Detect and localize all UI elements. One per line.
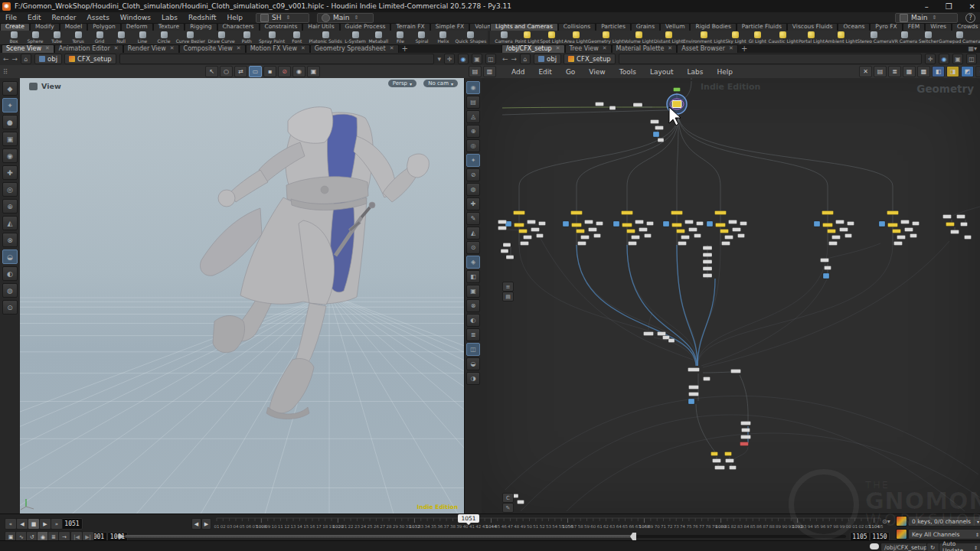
close-icon[interactable]: ✕: [170, 45, 175, 52]
maximize-button[interactable]: ❐: [946, 2, 952, 11]
network-tool-icon-3[interactable]: ≣: [888, 66, 901, 77]
network-node[interactable]: [741, 422, 751, 425]
network-node[interactable]: [823, 223, 833, 227]
close-icon[interactable]: ✕: [114, 45, 119, 52]
network-menu-labs[interactable]: Labs: [681, 68, 710, 76]
range-end-handle[interactable]: [630, 533, 636, 540]
menu-assets[interactable]: Assets: [82, 14, 115, 21]
left-tool-icon-5[interactable]: ◉: [2, 148, 18, 163]
left-tool-icon-13[interactable]: ◍: [2, 283, 18, 298]
network-node[interactable]: [742, 429, 750, 432]
play-reverse-button[interactable]: ◀: [16, 518, 28, 530]
network-node[interactable]: [740, 442, 749, 446]
playbar-search-icon[interactable]: ⊙▾: [882, 518, 890, 525]
network-node[interactable]: [716, 223, 726, 227]
close-icon[interactable]: ✕: [390, 45, 394, 52]
network-node[interactable]: [647, 222, 654, 226]
network-node[interactable]: [503, 243, 511, 247]
jump-start-button[interactable]: «: [5, 518, 17, 530]
shelf-tab-characters[interactable]: Characters: [217, 23, 260, 31]
display-option-icon-17[interactable]: ◐: [466, 314, 480, 327]
network-node[interactable]: [622, 211, 633, 215]
network-node[interactable]: [688, 399, 694, 404]
close-icon[interactable]: ✕: [603, 45, 607, 52]
left-tool-icon-11[interactable]: ◒: [2, 249, 18, 264]
shelf-tab-lights-and-cameras[interactable]: Lights and Cameras: [490, 23, 558, 31]
menu-redshift[interactable]: Redshift: [183, 14, 222, 21]
display-option-icon-10[interactable]: ✎: [466, 212, 480, 225]
network-node[interactable]: [730, 466, 737, 470]
network-node[interactable]: [653, 132, 659, 137]
shelf-tool-curve-bezier[interactable]: Curve Bezier: [176, 31, 205, 44]
display-option-icon-1[interactable]: ◉: [466, 81, 480, 94]
left-tool-icon-14[interactable]: ⊙: [2, 300, 18, 315]
network-node[interactable]: [729, 220, 737, 224]
network-node[interactable]: [707, 221, 713, 227]
shelf-tab-modify[interactable]: Modify: [30, 23, 60, 31]
shelf-tool-grid[interactable]: Grid: [90, 31, 109, 44]
network-node[interactable]: [681, 236, 690, 240]
shelf-tab-simple-fx[interactable]: Simple FX: [430, 23, 469, 31]
minimize-button[interactable]: –: [925, 2, 929, 11]
play-button[interactable]: ▶: [39, 518, 51, 530]
shelf-tab-texture[interactable]: Texture: [153, 23, 185, 31]
next-frame-button[interactable]: ▶: [201, 518, 211, 530]
display-option-icon-19[interactable]: ◫: [466, 343, 480, 356]
net-tab-tree-view[interactable]: Tree View✕: [565, 44, 612, 53]
net-tab-asset-browser[interactable]: Asset Browser✕: [677, 44, 738, 53]
pane-tab-animation-editor[interactable]: Animation Editor✕: [54, 44, 123, 53]
pane-tab-render-view[interactable]: Render View✕: [123, 44, 179, 53]
menu-windows[interactable]: Windows: [115, 14, 156, 21]
status-context-path[interactable]: /obj/CFX_setup/...⇕: [880, 543, 928, 551]
network-node[interactable]: [539, 222, 546, 226]
main-selector[interactable]: Main ⇕: [317, 13, 374, 23]
shelf-tool-font[interactable]: Font: [288, 31, 306, 44]
network-node[interactable]: [814, 221, 820, 227]
network-node[interactable]: [965, 236, 972, 240]
network-node[interactable]: [578, 242, 586, 246]
network-menu-edit[interactable]: Edit: [532, 68, 557, 76]
network-node[interactable]: [506, 256, 514, 259]
network-node[interactable]: [521, 242, 529, 246]
message-bubble-icon[interactable]: [870, 543, 879, 549]
display-option-icon-16[interactable]: ⊗: [466, 299, 480, 312]
shelf-tab-constraints[interactable]: Constraints: [260, 23, 303, 31]
network-node[interactable]: [733, 228, 741, 232]
network-node[interactable]: [519, 230, 528, 233]
pane-tab-add[interactable]: +: [402, 44, 408, 53]
shelf-tool-spiral[interactable]: Spiral: [413, 31, 431, 44]
display-option-icon-2[interactable]: ▤: [466, 96, 480, 109]
network-node[interactable]: [821, 259, 829, 262]
network-node[interactable]: [668, 339, 675, 343]
left-tool-icon-8[interactable]: ⊕: [2, 199, 18, 214]
keys-summary[interactable]: 0 keys, 0/0 channels▾: [908, 516, 980, 527]
pane-tab-scene-view[interactable]: Scene View✕: [2, 44, 54, 53]
shelf-tool-file[interactable]: File: [391, 31, 410, 44]
shelf-tool-stereo-camera[interactable]: Stereo Camera: [859, 31, 890, 44]
network-node[interactable]: [822, 211, 834, 215]
path-root-icon[interactable]: ⌂: [21, 54, 31, 64]
shelf-tab-vellum[interactable]: Vellum: [660, 23, 690, 31]
shelf-tab-collisions[interactable]: Collisions: [558, 23, 596, 31]
viewport-tool-icon-8[interactable]: ▣: [307, 66, 320, 77]
shelf-tool-quick-shapes[interactable]: Quick Shapes: [456, 31, 486, 44]
stop-button[interactable]: ■: [28, 518, 40, 530]
network-tool-icon-4[interactable]: ▦: [903, 66, 916, 77]
network-node[interactable]: [832, 236, 841, 240]
shelf-tab-model[interactable]: Model: [60, 23, 88, 31]
shelf-tab-terrain-fx[interactable]: Terrain FX: [390, 23, 430, 31]
network-tool-icon-8[interactable]: ◩: [961, 66, 974, 77]
viewport-tool-icon-4[interactable]: ▭: [249, 66, 262, 77]
shelf-tool-ambient-light[interactable]: Ambient Light: [826, 31, 855, 44]
network-node[interactable]: [635, 220, 644, 224]
network-node[interactable]: [946, 223, 955, 227]
display-option-icon-21[interactable]: ◑: [466, 372, 480, 385]
network-node[interactable]: [943, 215, 952, 219]
display-option-icon-4[interactable]: ⊕: [466, 125, 480, 138]
shelf-tool-spray-paint[interactable]: Spray Paint: [259, 31, 284, 44]
network-node[interactable]: [731, 370, 741, 373]
network-node[interactable]: [836, 220, 844, 224]
network-node[interactable]: [689, 386, 699, 390]
display-option-icon-13[interactable]: ◈: [466, 256, 480, 269]
path-field[interactable]: [119, 54, 435, 64]
